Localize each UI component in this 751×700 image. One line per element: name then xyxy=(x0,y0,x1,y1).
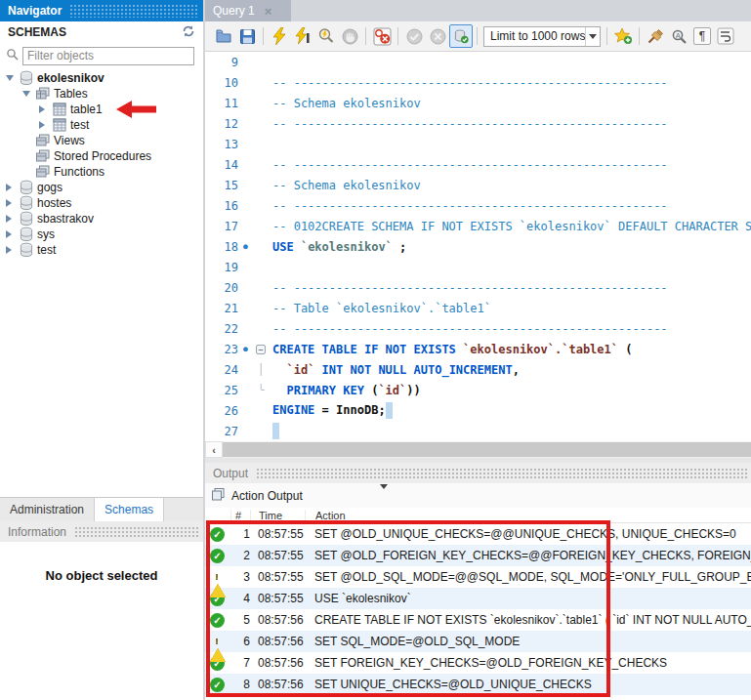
tree-item-label: sys xyxy=(36,227,55,241)
expander-icon[interactable] xyxy=(6,214,19,224)
code-line-22[interactable]: 22-- -----------------------------------… xyxy=(205,318,751,339)
fold-guide-line: │ xyxy=(253,363,269,376)
output-row-1[interactable]: ✓108:57:55SET @OLD_UNIQUE_CHECKS=@@UNIQU… xyxy=(205,523,751,545)
code-line-19[interactable]: 19 xyxy=(205,257,751,277)
code-line-27[interactable]: 27 xyxy=(205,421,751,441)
execute-current-icon[interactable] xyxy=(291,24,314,48)
save-icon[interactable] xyxy=(235,24,259,48)
tree-item-functions[interactable]: Functions xyxy=(0,164,203,180)
code-line-16[interactable]: 16-- -----------------------------------… xyxy=(205,195,751,216)
code-line-10[interactable]: 10-- -----------------------------------… xyxy=(205,72,751,93)
code-line-11[interactable]: 11-- Schema ekolesnikov xyxy=(205,93,751,113)
open-file-icon[interactable] xyxy=(212,24,235,48)
close-icon[interactable]: × xyxy=(265,5,272,18)
row-number: 3 xyxy=(230,570,250,584)
invisibles-icon[interactable]: ¶ xyxy=(690,24,714,48)
toolbar-separator xyxy=(477,27,478,45)
code-segment-kw: USE xyxy=(272,240,294,254)
tables-group-icon xyxy=(35,86,53,102)
commit-icon[interactable] xyxy=(402,24,426,48)
line-number: 9 xyxy=(205,56,238,69)
output-row-5[interactable]: ✓508:57:56CREATE TABLE IF NOT EXISTS `ek… xyxy=(205,609,751,631)
output-row-8[interactable]: ✓808:57:56SET UNIQUE_CHECKS=@OLD_UNIQUE_… xyxy=(205,674,751,695)
tree-item-ekolesnikov[interactable]: ekolesnikov xyxy=(0,70,203,86)
code-line-14[interactable]: 14-- -----------------------------------… xyxy=(205,154,751,175)
column-time[interactable]: Time xyxy=(250,510,305,521)
output-row-2[interactable]: ✓208:57:55SET @OLD_FOREIGN_KEY_CHECKS=@@… xyxy=(205,545,751,566)
expander-icon[interactable] xyxy=(39,104,52,114)
execute-icon[interactable] xyxy=(268,24,291,48)
tree-item-table1[interactable]: table1 xyxy=(0,102,203,117)
code-line-24[interactable]: 24│ `id` INT NOT NULL AUTO_INCREMENT, xyxy=(205,359,751,380)
expander-icon[interactable] xyxy=(6,229,19,239)
code-line-18[interactable]: 18●USE `ekolesnikov` ; xyxy=(205,236,751,257)
autocommit-icon[interactable] xyxy=(449,24,473,48)
explain-icon[interactable] xyxy=(314,24,338,48)
tree-item-stored-procedures[interactable]: Stored Procedures xyxy=(0,148,203,164)
output-view-selector[interactable]: Action Output xyxy=(231,486,388,506)
toggle-stop-on-error-icon[interactable] xyxy=(370,24,394,48)
tab-administration[interactable]: Administration xyxy=(0,498,95,521)
expander-icon[interactable] xyxy=(22,89,35,99)
tree-item-test[interactable]: test xyxy=(0,242,203,258)
wrap-icon[interactable] xyxy=(714,24,737,48)
column-action[interactable]: Action xyxy=(305,510,751,521)
limit-dropdown[interactable]: Limit to 1000 rows xyxy=(483,26,601,47)
code-segment-comment: -- 0102CREATE SCHEMA IF NOT EXISTS `ekol… xyxy=(272,220,751,233)
expander-icon[interactable] xyxy=(39,120,52,130)
database-icon xyxy=(19,226,36,242)
save-snippet-icon[interactable] xyxy=(611,24,635,48)
output-row-3[interactable]: 308:57:55SET @OLD_SQL_MODE=@@SQL_MODE, S… xyxy=(205,566,751,588)
line-number: 14 xyxy=(205,158,238,172)
tree-item-hostes[interactable]: hostes xyxy=(0,195,203,211)
scroll-left-button[interactable]: ‹ xyxy=(205,441,223,458)
no-object-selected-text: No object selected xyxy=(0,568,203,583)
line-number: 10 xyxy=(205,76,238,90)
tree-item-tables[interactable]: Tables xyxy=(0,86,203,102)
output-toolbar: Action Output xyxy=(205,483,751,508)
tab-query-1[interactable]: Query 1 × xyxy=(205,0,291,21)
expander-icon[interactable] xyxy=(6,198,19,208)
tree-item-gogs[interactable]: gogs xyxy=(0,180,203,195)
fold-control[interactable]: − xyxy=(253,343,269,355)
code-line-21[interactable]: 21-- Table `ekolesnikov`.`table1` xyxy=(205,298,751,318)
code-line-26[interactable]: 26ENGINE = InnoDB; xyxy=(205,400,751,421)
tree-item-sbastrakov[interactable]: sbastrakov xyxy=(0,211,203,226)
column-number[interactable]: # xyxy=(230,510,250,521)
stop-icon[interactable] xyxy=(338,24,361,48)
editor-h-scrollbar[interactable]: ‹ xyxy=(205,441,751,458)
code-line-20[interactable]: 20-- -----------------------------------… xyxy=(205,277,751,298)
line-number: 25 xyxy=(205,384,238,397)
layers-icon xyxy=(211,487,226,505)
beautify-icon[interactable] xyxy=(644,24,667,48)
filter-input[interactable] xyxy=(22,47,194,65)
output-row-4[interactable]: ✓408:57:55USE `ekolesnikov` xyxy=(205,588,751,609)
navigator-title: Navigator xyxy=(0,4,69,18)
tree-item-views[interactable]: Views xyxy=(0,133,203,148)
fold-collapse-icon[interactable]: − xyxy=(256,345,266,354)
row-time: 08:57:55 xyxy=(250,592,305,605)
object-group-icon xyxy=(35,133,53,148)
refresh-icon[interactable] xyxy=(182,24,195,41)
scrollbar-thumb[interactable] xyxy=(223,442,751,457)
tab-schemas[interactable]: Schemas xyxy=(95,498,164,521)
rollback-icon[interactable] xyxy=(426,24,449,48)
output-row-6[interactable]: 608:57:56SET SQL_MODE=@OLD_SQL_MODE xyxy=(205,631,751,652)
sql-editor[interactable]: 910-- ----------------------------------… xyxy=(205,52,751,441)
code-line-15[interactable]: 15-- Schema ekolesnikov xyxy=(205,175,751,195)
line-number: 20 xyxy=(205,281,238,295)
code-line-12[interactable]: 12-- -----------------------------------… xyxy=(205,113,751,134)
tree-item-test[interactable]: test xyxy=(0,117,203,133)
expander-icon[interactable] xyxy=(6,73,19,83)
output-row-7[interactable]: ✓708:57:56SET FOREIGN_KEY_CHECKS=@OLD_FO… xyxy=(205,652,751,674)
expander-spacer xyxy=(22,151,35,161)
code-line-17[interactable]: 17-- 0102CREATE SCHEMA IF NOT EXISTS `ek… xyxy=(205,216,751,236)
expander-icon[interactable] xyxy=(6,245,19,255)
code-line-13[interactable]: 13 xyxy=(205,134,751,154)
tree-item-sys[interactable]: sys xyxy=(0,226,203,242)
code-line-9[interactable]: 9 xyxy=(205,52,751,72)
find-icon[interactable]: A xyxy=(667,24,690,48)
expander-icon[interactable] xyxy=(6,183,19,192)
code-line-25[interactable]: 25╰ PRIMARY KEY (`id`)) xyxy=(205,380,751,400)
code-line-23[interactable]: 23●−CREATE TABLE IF NOT EXISTS `ekolesni… xyxy=(205,339,751,359)
